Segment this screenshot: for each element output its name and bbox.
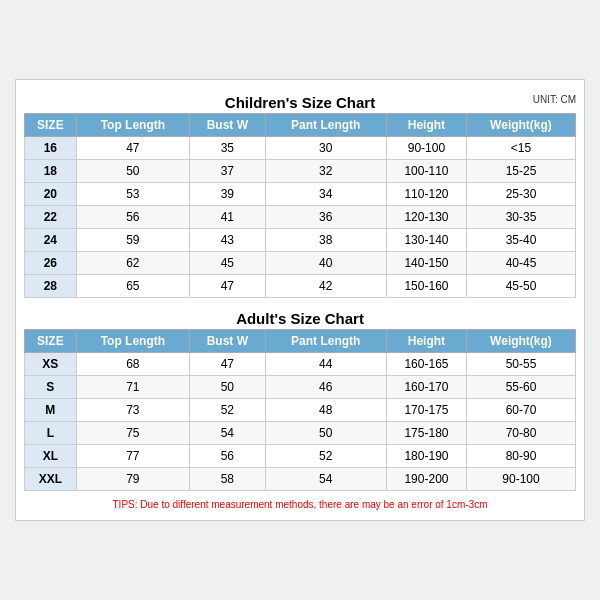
data-cell: 90-100 (386, 137, 466, 160)
adult-col-weight: Weight(kg) (466, 330, 575, 353)
table-row: 26624540140-15040-45 (25, 252, 576, 275)
table-row: XXL795854190-20090-100 (25, 468, 576, 491)
data-cell: 80-90 (466, 445, 575, 468)
data-cell: 36 (265, 206, 386, 229)
data-cell: 32 (265, 160, 386, 183)
data-cell: 50-55 (466, 353, 575, 376)
children-col-bust: Bust W (190, 114, 266, 137)
children-title-text: Children's Size Chart (225, 94, 375, 111)
data-cell: 43 (190, 229, 266, 252)
data-cell: 37 (190, 160, 266, 183)
data-cell: 39 (190, 183, 266, 206)
size-cell: M (25, 399, 77, 422)
data-cell: 53 (76, 183, 189, 206)
data-cell: 44 (265, 353, 386, 376)
data-cell: 45-50 (466, 275, 575, 298)
data-cell: 68 (76, 353, 189, 376)
size-cell: XL (25, 445, 77, 468)
data-cell: 180-190 (386, 445, 466, 468)
adult-col-size: SIZE (25, 330, 77, 353)
size-cell: S (25, 376, 77, 399)
table-row: 18503732100-11015-25 (25, 160, 576, 183)
data-cell: 35-40 (466, 229, 575, 252)
adult-col-bust: Bust W (190, 330, 266, 353)
children-col-pant: Pant Length (265, 114, 386, 137)
table-row: L755450175-18070-80 (25, 422, 576, 445)
data-cell: 40 (265, 252, 386, 275)
data-cell: 60-70 (466, 399, 575, 422)
data-cell: 65 (76, 275, 189, 298)
unit-label: UNIT: CM (533, 94, 576, 105)
data-cell: 77 (76, 445, 189, 468)
data-cell: 55-60 (466, 376, 575, 399)
data-cell: 34 (265, 183, 386, 206)
data-cell: 47 (76, 137, 189, 160)
data-cell: 54 (190, 422, 266, 445)
size-cell: L (25, 422, 77, 445)
adult-header-row: SIZE Top Length Bust W Pant Length Heigh… (25, 330, 576, 353)
table-row: 22564136120-13030-35 (25, 206, 576, 229)
data-cell: 48 (265, 399, 386, 422)
data-cell: 52 (265, 445, 386, 468)
data-cell: 42 (265, 275, 386, 298)
data-cell: 62 (76, 252, 189, 275)
table-row: 1647353090-100<15 (25, 137, 576, 160)
data-cell: 47 (190, 353, 266, 376)
data-cell: 160-165 (386, 353, 466, 376)
children-col-size: SIZE (25, 114, 77, 137)
size-cell: 22 (25, 206, 77, 229)
data-cell: 46 (265, 376, 386, 399)
adult-col-height: Height (386, 330, 466, 353)
data-cell: 30 (265, 137, 386, 160)
data-cell: 50 (76, 160, 189, 183)
adult-section-title: Adult's Size Chart (24, 304, 576, 329)
children-table: SIZE Top Length Bust W Pant Length Heigh… (24, 113, 576, 298)
data-cell: 170-175 (386, 399, 466, 422)
table-row: 20533934110-12025-30 (25, 183, 576, 206)
table-row: XL775652180-19080-90 (25, 445, 576, 468)
children-col-height: Height (386, 114, 466, 137)
data-cell: 41 (190, 206, 266, 229)
data-cell: 140-150 (386, 252, 466, 275)
data-cell: 70-80 (466, 422, 575, 445)
data-cell: 15-25 (466, 160, 575, 183)
adult-table: SIZE Top Length Bust W Pant Length Heigh… (24, 329, 576, 491)
data-cell: 59 (76, 229, 189, 252)
data-cell: 100-110 (386, 160, 466, 183)
children-section-title: Children's Size Chart UNIT: CM (24, 88, 576, 113)
data-cell: 50 (265, 422, 386, 445)
data-cell: 56 (190, 445, 266, 468)
data-cell: 73 (76, 399, 189, 422)
size-cell: XS (25, 353, 77, 376)
size-cell: 28 (25, 275, 77, 298)
size-cell: 26 (25, 252, 77, 275)
children-col-top-length: Top Length (76, 114, 189, 137)
data-cell: 110-120 (386, 183, 466, 206)
data-cell: 75 (76, 422, 189, 445)
tips-text: TIPS: Due to different measurement metho… (24, 497, 576, 512)
data-cell: 150-160 (386, 275, 466, 298)
data-cell: 35 (190, 137, 266, 160)
data-cell: 45 (190, 252, 266, 275)
size-cell: 24 (25, 229, 77, 252)
table-row: 28654742150-16045-50 (25, 275, 576, 298)
data-cell: 38 (265, 229, 386, 252)
data-cell: 54 (265, 468, 386, 491)
data-cell: 30-35 (466, 206, 575, 229)
data-cell: 160-170 (386, 376, 466, 399)
data-cell: 50 (190, 376, 266, 399)
table-row: XS684744160-16550-55 (25, 353, 576, 376)
table-row: 24594338130-14035-40 (25, 229, 576, 252)
data-cell: 90-100 (466, 468, 575, 491)
data-cell: 47 (190, 275, 266, 298)
data-cell: 56 (76, 206, 189, 229)
data-cell: 130-140 (386, 229, 466, 252)
data-cell: <15 (466, 137, 575, 160)
size-cell: 16 (25, 137, 77, 160)
data-cell: 25-30 (466, 183, 575, 206)
size-cell: XXL (25, 468, 77, 491)
data-cell: 40-45 (466, 252, 575, 275)
data-cell: 71 (76, 376, 189, 399)
table-row: M735248170-17560-70 (25, 399, 576, 422)
children-col-weight: Weight(kg) (466, 114, 575, 137)
